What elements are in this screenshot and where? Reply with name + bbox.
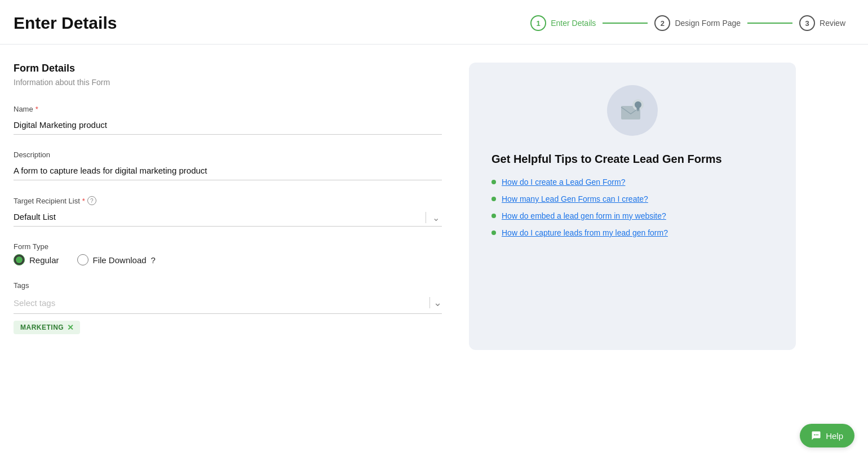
help-button[interactable]: Help xyxy=(800,424,854,447)
svg-point-4 xyxy=(814,434,815,435)
info-icon-wrapper xyxy=(607,85,658,136)
step-3: 3 Review xyxy=(799,15,845,31)
select-divider xyxy=(426,212,426,223)
radio-file-download[interactable]: File Download ? xyxy=(77,254,156,265)
step-2-circle: 2 xyxy=(654,15,670,31)
step-3-circle: 3 xyxy=(799,15,815,31)
radio-regular-input[interactable] xyxy=(14,254,25,265)
step-1-label[interactable]: Enter Details xyxy=(551,19,596,28)
info-link-0[interactable]: How do I create a Lead Gen Form? xyxy=(502,178,625,187)
radio-file-download-input[interactable] xyxy=(77,254,88,265)
page-title: Enter Details xyxy=(14,14,117,33)
form-type-label: Form Type xyxy=(14,242,442,251)
form-section: Form Details Information about this Form… xyxy=(14,63,442,350)
tags-chevron-icon: ⌄ xyxy=(433,296,442,309)
name-input[interactable] xyxy=(14,117,442,135)
svg-point-6 xyxy=(817,434,818,435)
step-1-circle: 1 xyxy=(530,15,546,31)
form-type-radio-group: Regular File Download ? xyxy=(14,254,442,265)
file-download-help-icon[interactable]: ? xyxy=(151,255,156,265)
bullet-1 xyxy=(491,197,496,201)
svg-point-5 xyxy=(816,434,817,435)
svg-rect-3 xyxy=(637,110,639,111)
info-link-item-2: How do embed a lead gen form in my websi… xyxy=(491,211,668,220)
recipient-select-wrapper: Default List ⌄ xyxy=(14,209,442,227)
step-line-1 xyxy=(603,23,648,24)
info-link-2[interactable]: How do embed a lead gen form in my websi… xyxy=(502,211,666,220)
info-link-item-0: How do I create a Lead Gen Form? xyxy=(491,178,668,187)
tag-remove-button[interactable]: ✕ xyxy=(67,323,74,332)
tags-field-group: Tags Select tags ⌄ MARKETING ✕ xyxy=(14,281,442,334)
help-label: Help xyxy=(826,431,843,441)
lead-gen-icon xyxy=(619,97,646,124)
description-field-group: Description xyxy=(14,150,442,180)
step-3-label[interactable]: Review xyxy=(820,19,845,28)
bullet-0 xyxy=(491,180,496,184)
tags-divider xyxy=(429,297,430,308)
page-header: Enter Details 1 Enter Details 2 Design F… xyxy=(0,0,868,45)
bullet-3 xyxy=(491,230,496,235)
chat-icon xyxy=(811,431,821,441)
name-field-group: Name * xyxy=(14,105,442,135)
name-label: Name * xyxy=(14,105,442,113)
info-link-3[interactable]: How do I capture leads from my lead gen … xyxy=(502,228,668,237)
tags-select-wrapper[interactable]: Select tags ⌄ xyxy=(14,293,442,314)
tag-marketing: MARKETING ✕ xyxy=(14,321,80,334)
form-section-title: Form Details xyxy=(14,63,442,74)
info-link-item-3: How do I capture leads from my lead gen … xyxy=(491,228,668,237)
tag-badge-marketing: MARKETING ✕ xyxy=(14,314,442,334)
info-links-list: How do I create a Lead Gen Form? How man… xyxy=(491,178,668,245)
step-1: 1 Enter Details xyxy=(530,15,596,31)
tags-placeholder[interactable]: Select tags ⌄ xyxy=(14,293,442,314)
recipient-help-icon[interactable]: ? xyxy=(87,196,96,205)
step-2-label[interactable]: Design Form Page xyxy=(675,19,741,28)
recipient-select[interactable]: Default List xyxy=(14,209,442,227)
name-required: * xyxy=(36,105,38,113)
recipient-label: Target Recipient List * ? xyxy=(14,196,442,205)
main-content: Form Details Information about this Form… xyxy=(0,45,868,368)
recipient-field-group: Target Recipient List * ? Default List ⌄ xyxy=(14,196,442,227)
info-link-1[interactable]: How many Lead Gen Forms can I create? xyxy=(502,194,648,203)
stepper: 1 Enter Details 2 Design Form Page 3 Rev… xyxy=(530,15,845,31)
step-line-2 xyxy=(747,23,792,24)
info-panel: Get Helpful Tips to Create Lead Gen Form… xyxy=(469,63,796,350)
info-panel-title: Get Helpful Tips to Create Lead Gen Form… xyxy=(491,152,722,166)
description-label: Description xyxy=(14,150,442,159)
step-2: 2 Design Form Page xyxy=(654,15,741,31)
form-section-subtitle: Information about this Form xyxy=(14,78,442,87)
bullet-2 xyxy=(491,214,496,218)
description-input[interactable] xyxy=(14,162,442,180)
form-type-field-group: Form Type Regular File Download ? xyxy=(14,242,442,265)
info-link-item-1: How many Lead Gen Forms can I create? xyxy=(491,194,668,203)
tags-label: Tags xyxy=(14,281,442,290)
recipient-required: * xyxy=(82,197,85,205)
svg-rect-2 xyxy=(637,109,640,110)
radio-regular[interactable]: Regular xyxy=(14,254,59,265)
